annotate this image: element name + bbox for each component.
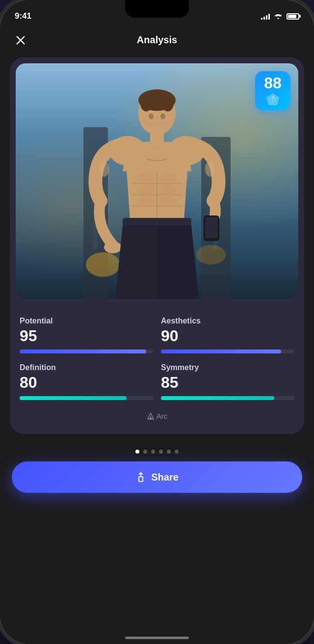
phone-frame: 9:41	[0, 0, 314, 644]
arc-branding: Arc	[10, 406, 304, 422]
svg-point-26	[137, 173, 155, 184]
stat-bar-track-definition	[20, 396, 153, 400]
stat-value-aesthetics: 90	[161, 327, 294, 345]
stat-bar-track-potential	[20, 349, 153, 353]
stat-potential: Potential 95	[20, 317, 153, 353]
score-badge: 88	[255, 71, 290, 110]
status-time: 9:41	[15, 11, 31, 21]
share-button[interactable]: Share	[12, 461, 302, 493]
page-dots	[0, 442, 314, 457]
arc-logo: Arc	[147, 412, 168, 420]
person-figure	[83, 78, 231, 299]
svg-point-13	[160, 113, 165, 119]
svg-rect-42	[139, 477, 143, 482]
stat-label-definition: Definition	[20, 363, 153, 372]
arc-label: Arc	[157, 412, 168, 420]
svg-point-27	[159, 173, 177, 184]
svg-point-28	[137, 185, 155, 195]
page-dot-2[interactable]	[151, 450, 155, 454]
svg-point-7	[196, 245, 226, 265]
share-button-label: Share	[151, 472, 179, 483]
stats-grid: Potential 95 Aesthetics 90 Definition 80…	[10, 305, 304, 406]
svg-point-34	[205, 161, 215, 177]
svg-point-18	[157, 143, 186, 165]
stat-bar-track-symmetry	[161, 396, 294, 400]
score-number: 88	[264, 75, 282, 91]
stat-label-aesthetics: Aesthetics	[161, 317, 294, 325]
svg-point-10	[140, 96, 152, 111]
stat-bar-fill-aesthetics	[161, 349, 281, 353]
page-dot-5[interactable]	[175, 450, 179, 454]
stat-bar-track-aesthetics	[161, 349, 294, 353]
svg-point-33	[99, 161, 109, 177]
svg-point-11	[162, 96, 174, 111]
svg-point-6	[86, 252, 120, 277]
stat-definition: Definition 80	[20, 363, 153, 400]
svg-point-17	[128, 143, 157, 165]
svg-point-31	[159, 196, 177, 207]
share-section: Share	[0, 457, 314, 512]
stat-value-potential: 95	[20, 327, 153, 345]
photo-area: 88	[16, 63, 298, 299]
stat-value-symmetry: 85	[161, 374, 294, 391]
svg-point-30	[137, 196, 155, 207]
stat-value-definition: 80	[20, 374, 153, 391]
status-icons	[261, 12, 299, 21]
header: Analysis	[0, 27, 314, 54]
svg-point-21	[104, 242, 122, 253]
page-dot-4[interactable]	[167, 450, 171, 454]
stat-bar-fill-symmetry	[161, 396, 274, 400]
wifi-icon	[274, 12, 283, 21]
share-icon	[135, 472, 146, 483]
stat-bar-fill-definition	[20, 396, 127, 400]
scroll-container[interactable]: Analysis	[0, 27, 314, 644]
page-dot-3[interactable]	[159, 450, 163, 454]
stat-label-symmetry: Symmetry	[161, 363, 294, 372]
battery-icon	[287, 13, 299, 20]
svg-point-29	[159, 185, 177, 195]
gem-icon	[266, 93, 280, 107]
close-button[interactable]	[12, 31, 29, 49]
page-dot-1[interactable]	[143, 450, 147, 454]
stat-bar-fill-potential	[20, 349, 146, 353]
signal-bars-icon	[261, 13, 270, 20]
stat-label-potential: Potential	[20, 317, 153, 325]
page-dot-0[interactable]	[135, 450, 139, 454]
stat-aesthetics: Aesthetics 90	[161, 317, 294, 353]
notch	[125, 0, 189, 18]
home-indicator	[125, 637, 189, 639]
analysis-card: 88 Potential 95 Aesthetics	[10, 57, 304, 434]
svg-marker-41	[149, 416, 152, 419]
svg-rect-20	[205, 217, 218, 238]
page-title: Analysis	[137, 34, 177, 46]
svg-point-12	[149, 113, 154, 119]
stat-symmetry: Symmetry 85	[161, 363, 294, 400]
